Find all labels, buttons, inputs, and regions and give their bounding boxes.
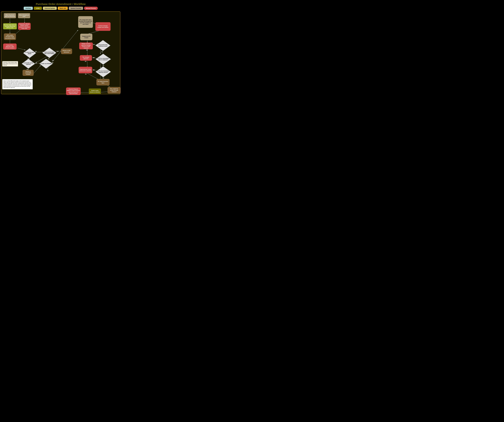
separation-note: Separation of duty reviewer added when i… xyxy=(2,61,18,66)
diamond-10000: Is order over $10,000? xyxy=(39,59,53,69)
label-no-transaction: NO xyxy=(103,77,104,79)
budget-reviewer-box: Budget reviewer approves (budget review … xyxy=(79,42,93,49)
label-no-budget: NO xyxy=(86,50,88,51)
diamond-accounts: Do accounts have insufficient funds? xyxy=(95,40,111,51)
label-yes-nonresident: YES xyxy=(93,57,95,58)
contract-manager-box: Contract manager assigns and submits xyxy=(95,22,111,31)
po-status-open-box: PO status becomes Open xyxy=(96,79,109,85)
diamond-commodity: Commodity review required? xyxy=(22,59,35,69)
payment-request-box: Payment Request (PREQ) created (requires… xyxy=(66,88,81,95)
org-review-box: Organizational review (transaction autho… xyxy=(78,67,92,73)
requisition-box: Requisition (REQS) initiator selects Ame… xyxy=(18,23,31,30)
when-unordered-box: When Unordered Items are Received xyxy=(4,13,16,18)
when-changing-box: When Changing an Order xyxy=(18,13,30,18)
receiver-adds-box: Receiver adds items to Line-Item Receivi… xyxy=(3,23,17,29)
tax-manager-box: Tax manager approves xyxy=(80,55,92,61)
notes-box: Notes: If a fiscal officer (FO) creates … xyxy=(2,79,33,89)
legend-edoc: e-doc xyxy=(34,7,42,10)
vendor-sends-box: Vendor sends invoice or eInvoice xyxy=(89,89,101,94)
diamond-cg: Does account have C&G responsibility? xyxy=(42,48,56,58)
svg-line-17 xyxy=(88,30,100,34)
page-title: Purchase Order Amendment • Workflow xyxy=(1,1,120,7)
diamond-5000: Is order less than $5000? xyxy=(23,48,36,58)
legend-system: System Function xyxy=(69,7,83,10)
routes-commodity-box: Routes to commodity reviewer xyxy=(23,70,34,76)
fiscal-officer-box: Fiscal officer approves; adds account nu… xyxy=(3,43,17,50)
label-no-tax: NO xyxy=(85,61,86,62)
main-diagram: When Unordered Items are Received When C… xyxy=(1,11,120,94)
label-no-accounts: NO xyxy=(102,51,103,53)
label-no-nonresident: NO xyxy=(103,65,104,66)
routes-cg-box: Routes to C&G processor xyxy=(61,48,72,54)
label-yes-accounts: YES xyxy=(93,44,95,45)
legend: Interface e-doc External System Batch Jo… xyxy=(1,7,120,10)
legend-external: External System xyxy=(43,7,57,10)
legend-batch: Batch Job xyxy=(58,7,68,10)
diamond-transaction: Is PO over transaction authority amount? xyxy=(95,66,111,77)
file-created-box: File created for vendor through SciQuest xyxy=(108,87,121,94)
label-yes-10000: YES xyxy=(52,60,54,61)
label-yes-cg: YES xyxy=(56,51,59,52)
kfs-creates-box: KFS creates Purchase Order Amendment (PO… xyxy=(4,33,16,40)
label-no-commodity: NO xyxy=(35,63,37,64)
legend-interface: Interface xyxy=(24,7,33,10)
unapproved-po-box: Unapproved PO created xyxy=(80,34,92,40)
diamond-nonresident: Is PO to a nonresident alien or employee… xyxy=(95,53,111,65)
legend-manual: Manual Process xyxy=(84,7,98,10)
label-no-org: NO xyxy=(85,74,87,75)
label-yes-transaction: YES xyxy=(93,70,95,71)
po-created-pending-box: PO created with status Pending CM Assign… xyxy=(78,16,93,28)
